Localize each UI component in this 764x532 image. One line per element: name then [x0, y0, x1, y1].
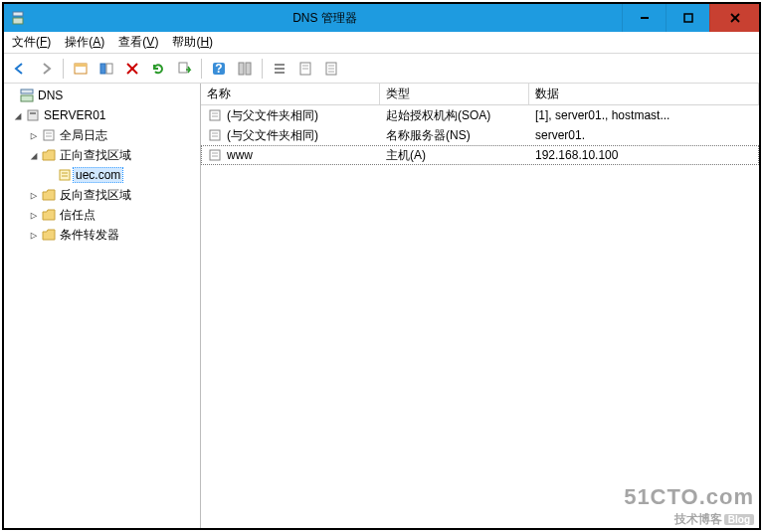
maximize-button[interactable] [666, 4, 709, 32]
zone-icon [56, 168, 74, 182]
new-window-button[interactable] [69, 57, 93, 81]
expand-icon[interactable]: ▷ [28, 229, 40, 242]
collapse-icon[interactable]: ◢ [12, 109, 24, 122]
tree-node-global-log[interactable]: ▷ 全局日志 [4, 125, 200, 145]
minimize-button[interactable] [622, 4, 666, 32]
dns-app-icon [8, 8, 28, 28]
svg-rect-29 [28, 110, 38, 120]
svg-rect-40 [210, 130, 220, 140]
svg-rect-12 [179, 63, 187, 73]
column-data[interactable]: 数据 [529, 84, 759, 104]
tree-node-reverse-zones[interactable]: ▷ 反向查找区域 [4, 185, 200, 205]
collapse-icon[interactable]: ◢ [28, 149, 40, 162]
svg-rect-19 [275, 72, 285, 74]
record-data: [1], server01., hostmast... [529, 108, 759, 122]
tree-node-zone-uec[interactable]: uec.com [4, 165, 200, 185]
log-icon [40, 128, 58, 142]
menu-view[interactable]: 查看(V) [118, 34, 158, 51]
expand-icon[interactable]: ▷ [28, 129, 40, 142]
folder-icon [40, 148, 58, 162]
titlebar: DNS 管理器 [4, 4, 759, 32]
svg-rect-8 [100, 64, 105, 74]
menu-file[interactable]: 文件(F) [12, 34, 51, 51]
list-pane: 名称 类型 数据 (与父文件夹相同) 起始授权机构(SOA) [1], serv… [201, 84, 759, 528]
toolbar: ? [4, 54, 759, 84]
tree-label: 信任点 [58, 207, 97, 224]
menu-help[interactable]: 帮助(H) [172, 34, 213, 51]
record-name: (与父文件夹相同) [227, 107, 318, 124]
record-type: 起始授权机构(SOA) [380, 107, 529, 124]
svg-rect-18 [275, 68, 285, 70]
svg-rect-3 [684, 14, 692, 22]
record-row[interactable]: (与父文件夹相同) 名称服务器(NS) server01. [201, 125, 759, 145]
svg-rect-9 [106, 64, 112, 74]
item2-button[interactable] [319, 57, 343, 81]
tree-label: 全局日志 [58, 127, 109, 144]
record-data: server01. [529, 128, 759, 142]
record-icon [207, 108, 223, 122]
tree-label: DNS [36, 89, 65, 102]
toolbar-separator [63, 59, 64, 79]
window-title: DNS 管理器 [28, 10, 622, 27]
svg-rect-28 [21, 95, 33, 101]
forward-button[interactable] [34, 57, 58, 81]
dns-root-icon [18, 89, 36, 102]
tree-pane[interactable]: DNS ◢ SERVER01 ▷ 全局日志 ◢ 正向查找区域 uec.com [4, 84, 201, 528]
record-type: 名称服务器(NS) [380, 127, 529, 144]
tree-node-dns[interactable]: DNS [4, 86, 200, 105]
menubar: 文件(F) 操作(A) 查看(V) 帮助(H) [4, 32, 759, 54]
close-button[interactable] [709, 4, 759, 32]
expand-icon[interactable]: ▷ [28, 209, 40, 222]
tree-node-trust-points[interactable]: ▷ 信任点 [4, 205, 200, 225]
column-name[interactable]: 名称 [201, 84, 380, 104]
properties-button[interactable] [233, 57, 257, 81]
svg-rect-0 [13, 12, 23, 16]
tree-label: 反向查找区域 [58, 187, 133, 204]
tree-node-server[interactable]: ◢ SERVER01 [4, 105, 200, 125]
svg-rect-27 [21, 89, 33, 93]
expand-icon[interactable]: ▷ [28, 189, 40, 202]
record-name: www [227, 148, 253, 162]
toolbar-separator [201, 59, 202, 79]
record-icon [207, 128, 223, 142]
delete-button[interactable] [120, 57, 144, 81]
svg-rect-15 [239, 63, 244, 75]
svg-rect-37 [210, 110, 220, 120]
export-button[interactable] [172, 57, 196, 81]
folder-icon [40, 208, 58, 222]
column-type[interactable]: 类型 [380, 84, 529, 104]
help-button[interactable]: ? [207, 57, 231, 81]
app-window: DNS 管理器 文件(F) 操作(A) 查看(V) 帮助(H) ? [2, 2, 761, 530]
svg-rect-31 [44, 130, 54, 140]
tree-label: SERVER01 [42, 108, 107, 122]
svg-rect-43 [210, 150, 220, 160]
record-name: (与父文件夹相同) [227, 127, 318, 144]
svg-line-4 [731, 14, 739, 22]
svg-rect-7 [75, 64, 87, 67]
folder-icon [40, 188, 58, 202]
show-hide-button[interactable] [95, 57, 118, 81]
menu-action[interactable]: 操作(A) [65, 34, 104, 51]
tree-node-forward-zones[interactable]: ◢ 正向查找区域 [4, 145, 200, 165]
svg-rect-30 [30, 112, 36, 114]
refresh-button[interactable] [146, 57, 170, 81]
folder-icon [40, 228, 58, 242]
server-icon [24, 108, 42, 122]
record-icon [207, 148, 223, 162]
svg-rect-17 [275, 64, 285, 66]
content-area: DNS ◢ SERVER01 ▷ 全局日志 ◢ 正向查找区域 uec.com [4, 84, 759, 528]
svg-text:?: ? [215, 62, 222, 76]
tree-node-cond-forwarders[interactable]: ▷ 条件转发器 [4, 225, 200, 245]
filter-button[interactable] [268, 57, 291, 81]
record-list[interactable]: (与父文件夹相同) 起始授权机构(SOA) [1], server01., ho… [201, 105, 759, 528]
record-row[interactable]: www 主机(A) 192.168.10.100 [201, 145, 759, 165]
svg-rect-16 [246, 63, 251, 75]
item1-button[interactable] [293, 57, 317, 81]
record-row[interactable]: (与父文件夹相同) 起始授权机构(SOA) [1], server01., ho… [201, 105, 759, 125]
tree-label: uec.com [74, 168, 122, 182]
record-data: 192.168.10.100 [529, 148, 759, 162]
toolbar-separator [262, 59, 263, 79]
tree-label: 条件转发器 [58, 227, 121, 244]
back-button[interactable] [8, 57, 32, 81]
tree-label: 正向查找区域 [58, 147, 133, 164]
